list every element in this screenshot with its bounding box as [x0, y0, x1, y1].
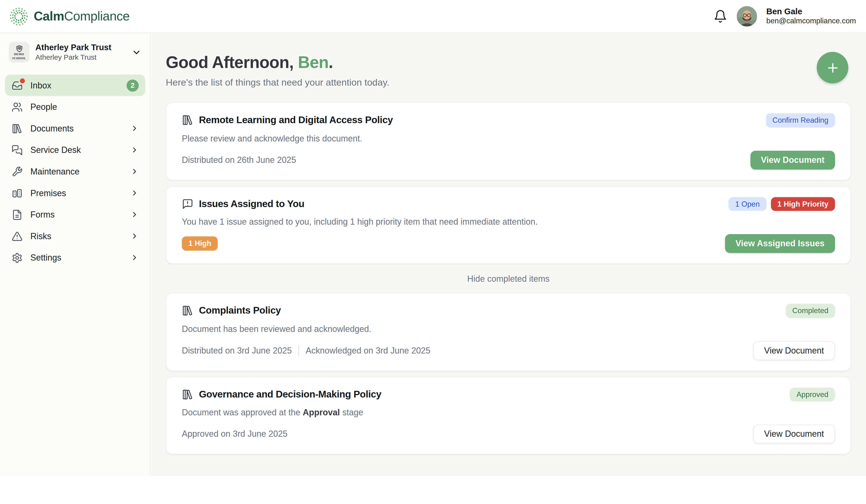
status-badge: Confirm Reading: [766, 113, 835, 127]
card-description: Document was approved at the Approval st…: [182, 407, 835, 418]
completed-badge: Completed: [786, 304, 835, 318]
shield-book-icon: [15, 45, 24, 53]
brand-name: CalmCompliance: [34, 9, 130, 24]
hide-completed-toggle[interactable]: Hide completed items: [467, 274, 549, 284]
wrench-icon: [12, 166, 23, 177]
card-description: You have 1 issue assigned to you, includ…: [182, 217, 835, 228]
org-switcher[interactable]: DEMOSCHOOL Atherley Park Trust Atherley …: [0, 33, 151, 68]
chevron-right-icon: [130, 210, 139, 219]
file-icon: [12, 209, 23, 220]
view-document-button[interactable]: View Document: [753, 341, 835, 360]
unread-dot: [20, 78, 25, 83]
approved-badge: Approved: [790, 387, 835, 401]
app-header: CalmCompliance Ben Ga: [0, 0, 866, 33]
chevron-right-icon: [130, 146, 139, 154]
sidebar-item-forms[interactable]: Forms: [5, 204, 145, 225]
chevron-right-icon: [130, 189, 139, 197]
sidebar-item-service-desk[interactable]: Service Desk: [5, 139, 145, 161]
chat-bubbles-icon: [12, 144, 23, 155]
view-assigned-issues-button[interactable]: View Assigned Issues: [725, 234, 835, 253]
card-governance-policy: Governance and Decision-Making Policy Ap…: [166, 376, 851, 455]
buildings-icon: [12, 187, 23, 198]
library-icon: [182, 305, 193, 317]
message-warning-icon: [182, 198, 193, 210]
card-complaints-policy: Complaints Policy Completed Document has…: [166, 293, 851, 371]
library-icon: [182, 114, 193, 126]
user-menu[interactable]: Ben Gale ben@calmcompliance.com: [766, 7, 856, 26]
divider: [298, 345, 299, 356]
view-document-button[interactable]: View Document: [751, 150, 835, 169]
chevron-right-icon: [130, 253, 139, 262]
card-issues-assigned: Issues Assigned to You 1 Open 1 High Pri…: [166, 186, 851, 264]
inbox-icon: [12, 80, 23, 91]
library-icon: [12, 123, 23, 134]
page-title: Good Afternoon, Ben.: [166, 53, 851, 72]
card-description: Please review and acknowledge this docum…: [182, 133, 835, 144]
high-tag-badge: 1 High: [182, 237, 218, 251]
view-document-button[interactable]: View Document: [753, 425, 835, 443]
open-count-badge: 1 Open: [729, 197, 766, 211]
inbox-count-badge: 2: [126, 79, 139, 91]
approved-date: Approved on 3rd June 2025: [182, 429, 287, 439]
card-description: Document has been reviewed and acknowled…: [182, 323, 835, 334]
gear-icon: [12, 252, 23, 263]
sidebar-menu: Inbox 2 People Documents Se: [0, 75, 151, 268]
sidebar-item-people[interactable]: People: [5, 96, 145, 118]
sidebar: DEMOSCHOOL Atherley Park Trust Atherley …: [0, 33, 151, 476]
brand-logo-icon: [9, 7, 29, 26]
card-title: Remote Learning and Digital Access Polic…: [199, 114, 393, 126]
brand-logo[interactable]: CalmCompliance: [9, 7, 130, 26]
greeting-user-name: Ben: [298, 53, 329, 71]
chevron-right-icon: [130, 232, 139, 240]
app: CalmCompliance Ben Ga: [0, 0, 866, 504]
chevron-right-icon: [130, 124, 139, 133]
people-icon: [12, 101, 23, 112]
plus-icon: [825, 60, 840, 75]
card-title: Complaints Policy: [199, 305, 281, 317]
card-title: Governance and Decision-Making Policy: [199, 389, 381, 400]
sidebar-item-maintenance[interactable]: Maintenance: [5, 161, 145, 182]
user-name: Ben Gale: [766, 7, 856, 17]
org-logo: DEMOSCHOOL: [9, 42, 29, 62]
distributed-date: Distributed on 3rd June 2025: [182, 345, 292, 355]
high-priority-badge: 1 High Priority: [771, 197, 835, 211]
org-subtitle: Atherley Park Trust: [35, 53, 112, 62]
sidebar-item-settings[interactable]: Settings: [5, 247, 145, 268]
sidebar-item-risks[interactable]: Risks: [5, 225, 145, 247]
user-email: ben@calmcompliance.com: [766, 17, 856, 26]
org-title: Atherley Park Trust: [35, 42, 112, 53]
sidebar-item-premises[interactable]: Premises: [5, 182, 145, 204]
library-icon: [182, 389, 193, 400]
sidebar-item-inbox[interactable]: Inbox 2: [5, 75, 145, 96]
warning-triangle-icon: [12, 231, 23, 242]
acknowledged-date: Acknowledged on 3rd June 2025: [306, 345, 430, 355]
card-confirm-reading: Remote Learning and Digital Access Polic…: [166, 102, 851, 181]
chevron-right-icon: [130, 167, 139, 176]
card-title: Issues Assigned to You: [199, 198, 304, 210]
notifications-bell-icon[interactable]: [713, 9, 727, 23]
page-subtitle: Here's the list of things that need your…: [166, 77, 851, 89]
sidebar-item-documents[interactable]: Documents: [5, 118, 145, 139]
chevron-down-icon: [132, 47, 142, 57]
add-button[interactable]: [817, 52, 848, 83]
main-content: Good Afternoon, Ben. Here's the list of …: [151, 33, 866, 476]
distributed-date: Distributed on 26th June 2025: [182, 155, 296, 165]
avatar[interactable]: [736, 6, 757, 27]
